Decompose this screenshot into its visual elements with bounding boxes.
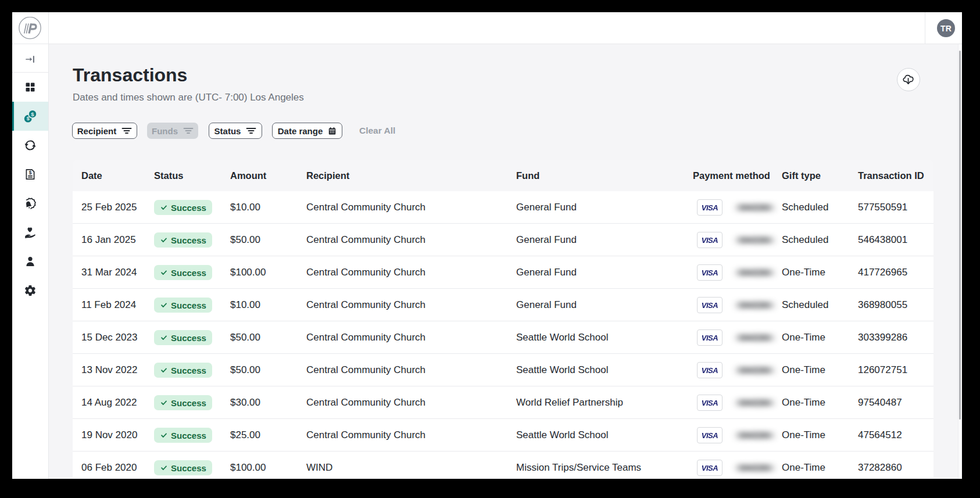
svg-text:$: $ xyxy=(29,170,32,175)
svg-text:$: $ xyxy=(31,110,34,117)
